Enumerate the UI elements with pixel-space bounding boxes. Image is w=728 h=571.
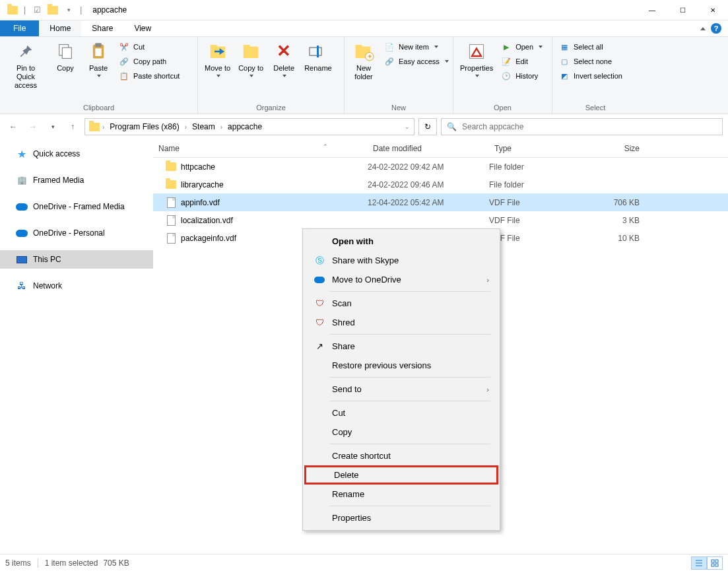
paste-shortcut-button[interactable]: 📋Paste shortcut xyxy=(117,69,181,83)
ctx-delete[interactable]: Delete xyxy=(304,465,498,485)
tab-share[interactable]: Share xyxy=(81,20,123,36)
ctx-properties[interactable]: Properties xyxy=(304,508,498,527)
breadcrumb-item[interactable]: appcache xyxy=(225,122,265,131)
select-group-label: Select xyxy=(555,102,636,114)
ctx-share[interactable]: ↗Share xyxy=(304,337,498,356)
minimize-button[interactable]: — xyxy=(637,0,667,20)
move-to-button[interactable]: Move to xyxy=(201,38,234,80)
history-button[interactable]: 🕑History xyxy=(500,69,544,83)
ctx-open-with[interactable]: Open with xyxy=(304,232,498,251)
ctx-scan[interactable]: 🛡Scan xyxy=(304,294,498,313)
search-input[interactable] xyxy=(462,122,717,131)
qat-properties-icon[interactable]: ☑ xyxy=(30,3,44,17)
ctx-separator xyxy=(329,444,490,444)
up-button[interactable]: ↑ xyxy=(65,119,81,135)
file-row[interactable]: librarycache24-02-2022 09:46 AMFile fold… xyxy=(153,176,728,193)
breadcrumb-chevron[interactable]: › xyxy=(102,123,104,131)
navigation-bar: ← → ▾ ↑ › Program Files (x86) › Steam › … xyxy=(0,114,728,139)
tab-home[interactable]: Home xyxy=(39,20,81,36)
search-box[interactable]: 🔍 xyxy=(441,118,723,135)
delete-dropdown[interactable] xyxy=(282,75,286,77)
properties-icon xyxy=(466,41,487,62)
tab-file[interactable]: File xyxy=(0,20,39,36)
file-size: 10 KB xyxy=(587,234,645,243)
delete-button[interactable]: ✕ Delete xyxy=(267,38,300,80)
qat-folder-icon[interactable] xyxy=(46,3,60,17)
pin-to-quick-access-button[interactable]: Pin to Quick access xyxy=(3,38,49,93)
paste-dropdown-icon[interactable] xyxy=(97,75,101,77)
breadcrumb-item[interactable]: Steam xyxy=(189,122,218,131)
ctx-create-shortcut[interactable]: Create shortcut xyxy=(304,446,498,465)
move-dropdown[interactable] xyxy=(216,75,220,77)
forward-button[interactable]: → xyxy=(25,119,41,135)
ctx-send-to[interactable]: Send to› xyxy=(304,380,498,399)
copy-button[interactable]: Copy xyxy=(49,38,82,75)
file-row[interactable]: appinfo.vdf12-04-2022 05:42 AMVDF File70… xyxy=(153,193,728,211)
ctx-shred[interactable]: 🛡Shred xyxy=(304,313,498,332)
qat-dropdown-icon[interactable]: ▾ xyxy=(61,3,76,17)
invert-selection-button[interactable]: ◩Invert selection xyxy=(558,69,624,83)
column-name[interactable]: Name⌃ xyxy=(153,144,368,153)
select-none-button[interactable]: ▢Select none xyxy=(558,55,624,68)
breadcrumb-item[interactable]: Program Files (x86) xyxy=(107,122,182,131)
copy-to-dropdown[interactable] xyxy=(249,75,253,77)
app-icon xyxy=(5,3,20,17)
ctx-separator xyxy=(329,334,490,335)
rename-button[interactable]: Rename xyxy=(300,38,336,75)
nav-onedrive-personal[interactable]: OneDrive - Personal xyxy=(0,224,153,242)
nav-onedrive-framed[interactable]: OneDrive - Framed Media xyxy=(0,197,153,216)
address-bar[interactable]: › Program Files (x86) › Steam › appcache… xyxy=(84,118,414,135)
file-row[interactable]: httpcache24-02-2022 09:42 AMFile folder xyxy=(153,158,728,176)
paste-button[interactable]: Paste xyxy=(82,38,115,80)
svg-rect-3 xyxy=(95,43,101,47)
move-to-label: Move to xyxy=(205,64,230,73)
new-folder-label: New folder xyxy=(351,64,376,81)
open-button[interactable]: ▶Open xyxy=(500,40,544,53)
ctx-restore-versions[interactable]: Restore previous versions xyxy=(304,356,498,375)
select-all-button[interactable]: ▦Select all xyxy=(558,40,624,53)
column-type[interactable]: Type xyxy=(489,144,587,153)
thumbnails-view-button[interactable] xyxy=(707,556,723,570)
ctx-rename[interactable]: Rename xyxy=(304,485,498,504)
svg-text:✦: ✦ xyxy=(367,53,372,60)
recent-locations-button[interactable]: ▾ xyxy=(45,119,61,135)
easy-access-button[interactable]: 🔗Easy access xyxy=(383,55,450,68)
ctx-share-skype[interactable]: ⓈShare with Skype xyxy=(304,251,498,270)
back-button[interactable]: ← xyxy=(5,119,21,135)
context-menu: Open with ⓈShare with Skype Move to OneD… xyxy=(302,228,500,531)
nav-framed-media[interactable]: 🏢Framed Media xyxy=(0,171,153,189)
copy-to-button[interactable]: Copy to xyxy=(234,38,267,80)
new-folder-button[interactable]: ✦ New folder xyxy=(347,38,380,84)
collapse-ribbon-icon[interactable] xyxy=(700,27,706,30)
breadcrumb-chevron[interactable]: › xyxy=(185,123,187,131)
search-icon: 🔍 xyxy=(447,122,457,131)
ctx-separator xyxy=(329,506,490,506)
nav-network[interactable]: 🖧Network xyxy=(0,277,153,295)
column-size[interactable]: Size xyxy=(587,144,645,153)
maximize-button[interactable]: ☐ xyxy=(667,0,698,20)
status-bar: 5 items 1 item selected 705 KB xyxy=(0,554,728,571)
address-dropdown-icon[interactable]: ⌄ xyxy=(405,123,410,130)
details-view-button[interactable] xyxy=(691,556,707,570)
tab-view[interactable]: View xyxy=(123,20,162,36)
file-row[interactable]: localization.vdfVDF File3 KB xyxy=(153,211,728,229)
properties-button[interactable]: Properties xyxy=(456,38,497,80)
refresh-button[interactable]: ↻ xyxy=(418,118,437,135)
help-icon[interactable]: ? xyxy=(711,23,721,34)
edit-button[interactable]: 📝Edit xyxy=(500,55,544,68)
file-size: 3 KB xyxy=(587,216,645,225)
ctx-cut[interactable]: Cut xyxy=(304,403,498,422)
new-folder-icon: ✦ xyxy=(353,41,374,62)
nav-quick-access[interactable]: ★Quick access xyxy=(0,145,153,163)
cut-button[interactable]: ✂️Cut xyxy=(117,40,181,53)
building-icon: 🏢 xyxy=(16,174,28,186)
breadcrumb-chevron[interactable]: › xyxy=(220,123,222,131)
organize-group-label: Organize xyxy=(201,102,341,114)
close-button[interactable]: ✕ xyxy=(698,0,728,20)
ctx-move-onedrive[interactable]: Move to OneDrive› xyxy=(304,270,498,289)
column-date[interactable]: Date modified xyxy=(368,144,489,153)
copy-path-button[interactable]: 🔗Copy path xyxy=(117,55,181,68)
new-item-button[interactable]: 📄New item xyxy=(383,40,450,53)
nav-this-pc[interactable]: This PC xyxy=(0,250,153,269)
ctx-copy[interactable]: Copy xyxy=(304,422,498,442)
